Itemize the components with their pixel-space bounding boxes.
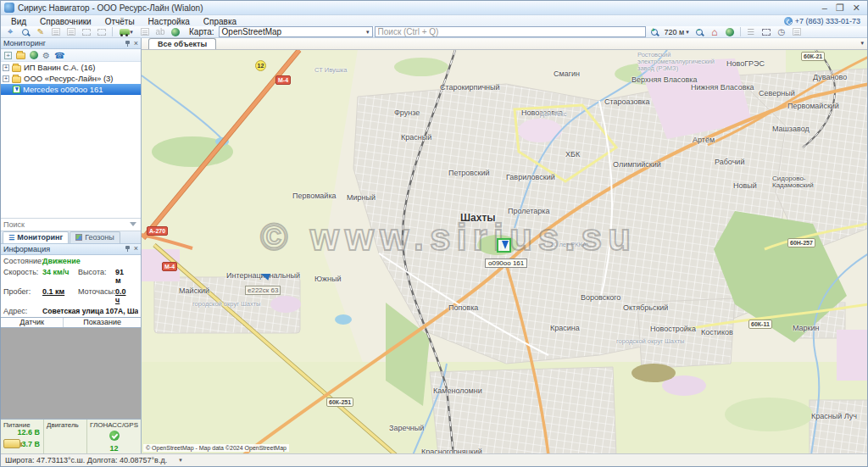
map-place-label: 20 лет РККА xyxy=(550,242,587,248)
map-badge: 12 xyxy=(255,60,266,71)
clock-icon: ◷ xyxy=(777,27,785,36)
sheet-button-2[interactable] xyxy=(64,26,78,37)
monitoring-toolbar: + ⚙ ☎ xyxy=(1,49,141,62)
unit-label-secondary[interactable]: е222ск 63 xyxy=(245,286,281,295)
gps-stat: ГЛОНАСС/GPS 12 xyxy=(87,420,141,453)
battery-icon xyxy=(3,439,20,448)
engine-hours-label: Моточасы: xyxy=(78,287,115,304)
map-place-label: Дуваново xyxy=(813,74,847,81)
locate-button[interactable]: ⌖ xyxy=(3,26,17,37)
minimize-button[interactable]: – xyxy=(822,3,827,12)
shape-button-1[interactable] xyxy=(80,26,93,37)
edit-button[interactable]: ✎ xyxy=(34,26,47,37)
map-scale-value: 720 м xyxy=(665,28,685,36)
pin-icon[interactable] xyxy=(125,246,131,252)
text-button[interactable]: ab xyxy=(153,26,167,37)
tree-empty-area xyxy=(1,95,141,218)
gear-icon: ⚙ xyxy=(42,51,50,60)
chevron-down-icon[interactable]: ▾ xyxy=(860,40,864,47)
table-button[interactable] xyxy=(138,26,152,37)
road-shield: А-270 xyxy=(147,226,168,236)
road-shield: М-4 xyxy=(275,75,291,85)
sidebar-search-input[interactable] xyxy=(3,220,130,229)
show-on-map-button[interactable] xyxy=(30,51,38,59)
pin-icon[interactable] xyxy=(125,41,131,47)
vehicle-icon xyxy=(13,86,20,93)
menu-item-0[interactable]: Вид xyxy=(4,17,33,26)
map-tab-bar: Все объекты ▾ xyxy=(142,38,867,50)
chevron-down-icon[interactable]: ▾ xyxy=(179,457,182,464)
connection-button[interactable]: ☎ xyxy=(54,51,64,60)
monitoring-panel-header: Мониторинг × xyxy=(1,38,141,49)
map-place-label: Старокирпичный xyxy=(440,84,500,92)
home-button[interactable]: ⌂ xyxy=(708,26,721,37)
search-button[interactable] xyxy=(19,26,32,37)
tab-monitoring[interactable]: ☰ Мониторинг xyxy=(3,231,69,243)
menu-item-3[interactable]: Настройка xyxy=(142,17,197,26)
home-icon: ⌂ xyxy=(711,28,717,36)
map-search-input[interactable] xyxy=(375,26,646,37)
legend-button[interactable]: ☰ xyxy=(744,26,758,37)
filter-icon[interactable] xyxy=(130,222,136,226)
close-button[interactable]: ✕ xyxy=(853,3,860,12)
map-place-label: Майский xyxy=(179,287,209,295)
map-canvas[interactable]: СТ ИвушкаРостовский электрометаллургичес… xyxy=(142,50,867,453)
menu-item-1[interactable]: Справочники xyxy=(33,17,98,26)
sheet-button-1[interactable] xyxy=(49,26,63,37)
title-bar: Сириус Навигатор - ООО Ресурс-Лайн (Wial… xyxy=(1,1,867,15)
map-area[interactable]: Все объекты ▾ xyxy=(142,38,867,453)
map-tab-all-objects[interactable]: Все объекты xyxy=(148,38,216,49)
map-provider-select[interactable]: OpenStreetMap ▾ xyxy=(219,26,373,37)
history-button[interactable]: ◷ xyxy=(775,26,788,37)
shape-button-2[interactable] xyxy=(95,26,108,37)
polygon-icon xyxy=(97,29,106,36)
support-phone: +7 (863) 333-01-73 xyxy=(784,17,864,25)
unit-label-selected[interactable]: o090oo 161 xyxy=(485,259,527,268)
expand-icon[interactable]: + xyxy=(3,75,9,82)
tree-row-0[interactable]: +ИП Ванин С.А. (16) xyxy=(1,62,141,73)
map-scale-select[interactable]: 720 м ▾ xyxy=(663,28,691,36)
selection-button[interactable] xyxy=(760,26,773,37)
unit-marker-selected[interactable] xyxy=(497,238,511,253)
zoom-in-button[interactable]: + xyxy=(648,26,661,37)
extra-button[interactable] xyxy=(790,26,804,37)
globe-button[interactable] xyxy=(169,26,182,37)
sheet-icon xyxy=(67,28,75,36)
list-icon: ☰ xyxy=(8,234,14,242)
tree-row-label: ООО «Ресурс-Лайн» (3) xyxy=(24,74,114,83)
heading-arrow-icon xyxy=(502,241,509,249)
satellite-count: 12 xyxy=(87,444,141,453)
map-provider-label: Карта: xyxy=(189,27,214,36)
unit-tree: +ИП Ванин С.А. (16)+ООО «Ресурс-Лайн» (3… xyxy=(1,62,141,95)
plus-grid-icon: + xyxy=(4,52,12,59)
tab-geozones[interactable]: Геозоны xyxy=(70,231,120,243)
vehicle-menu-button[interactable]: ▾ xyxy=(116,26,136,37)
chevron-down-icon: ▾ xyxy=(366,29,370,36)
map-provider-value: OpenStreetMap xyxy=(222,27,282,36)
expand-icon[interactable]: + xyxy=(3,64,9,71)
map-place-label: Смагин xyxy=(554,70,580,78)
tree-row-1[interactable]: +ООО «Ресурс-Лайн» (3) xyxy=(1,73,141,84)
add-group-button[interactable]: + xyxy=(4,52,12,59)
zoom-out-icon: − xyxy=(696,29,703,36)
menu-item-2[interactable]: Отчёты xyxy=(98,17,142,26)
map-place-label: Рабочий xyxy=(715,158,744,166)
engine-hours-value[interactable]: 0.0 ч xyxy=(115,287,138,304)
maximize-button[interactable]: ❐ xyxy=(836,3,844,12)
tree-row-2[interactable]: Mercedes o090oo 161 xyxy=(1,84,141,95)
mileage-value[interactable]: 0.1 км xyxy=(42,287,78,304)
settings-button[interactable]: ⚙ xyxy=(42,51,50,60)
tab-monitoring-label: Мониторинг xyxy=(17,233,63,242)
tab-geozones-label: Геозоны xyxy=(85,233,114,242)
cursor-coordinates: Широта: 47.73113°с.ш. Долгота: 40.08757°… xyxy=(5,456,167,464)
chevron-down-icon: ▾ xyxy=(686,29,689,36)
folders-button[interactable] xyxy=(16,51,25,59)
app-icon xyxy=(4,3,14,13)
unit-stats: Питание 12.6 В 3.7 В Двигатель ГЛОНАСС/G… xyxy=(1,420,141,453)
world-button[interactable] xyxy=(723,26,737,37)
menu-item-4[interactable]: Справка xyxy=(197,17,243,26)
sidebar: Мониторинг × + ⚙ ☎ +ИП Ванин С.А. (16)+О… xyxy=(1,38,142,453)
selection-frame-icon xyxy=(762,29,771,36)
main-toolbar: ⌖ ✎ ▾ ab Карта: OpenStreetMap ▾ + 720 м … xyxy=(1,26,867,38)
zoom-out-button[interactable]: − xyxy=(693,26,706,37)
